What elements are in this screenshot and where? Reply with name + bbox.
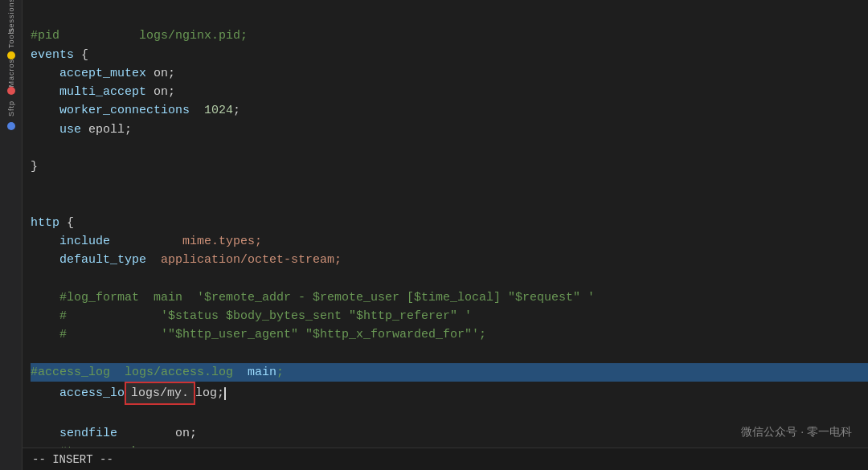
dot-blue[interactable] (7, 122, 15, 130)
line-log-format2: # '$status $body_bytes_sent "$http_refer… (31, 309, 472, 323)
line-accept-mutex: accept_mutex on; (31, 67, 175, 80)
sidebar-item-sessions[interactable]: Sessions (2, 6, 20, 24)
sidebar: Sessions Tools Macros Sftp (0, 0, 23, 470)
sidebar-item-macros[interactable]: Macros (2, 64, 20, 82)
line-http: http { (31, 216, 74, 230)
line-events: events { (31, 48, 88, 62)
line-sendfile: sendfile on; (31, 427, 197, 440)
autocomplete-inline: logs/my. (125, 382, 195, 405)
line-use-epoll: use epoll; (31, 123, 132, 137)
line-close-brace: } (31, 160, 38, 174)
line-default-type: default_type application/octet-stream; (31, 253, 342, 267)
dot-red[interactable] (7, 87, 15, 95)
sidebar-item-sftp[interactable]: Sftp (2, 100, 20, 117)
line-worker-connections: worker_connections 1024; (31, 104, 240, 117)
line-access-log: access_lologs/my.log; (31, 382, 868, 405)
sidebar-label-sftp: Sftp (7, 100, 15, 116)
line-pid: #pid logs/nginx.pid; (31, 29, 248, 43)
sidebar-item-tools[interactable]: Tools (2, 29, 20, 47)
sidebar-label-tools: Tools (7, 27, 15, 48)
watermark: 微信公众号 · 零一电科 (741, 425, 852, 439)
line-log-format3: # '"$http_user_agent" "$http_x_forwarded… (31, 328, 486, 341)
insert-mode-indicator: -- INSERT -- (32, 453, 113, 466)
sidebar-label-macros: Macros (7, 59, 15, 88)
status-bar: -- INSERT -- (23, 448, 868, 470)
line-log-format: #log_format main '$remote_addr - $remote… (31, 291, 595, 304)
line-multi-accept: multi_accept on; (31, 85, 175, 99)
code-content: #pid logs/nginx.pid; events { accept_mut… (31, 8, 868, 470)
editor-area[interactable]: #pid logs/nginx.pid; events { accept_mut… (23, 0, 868, 470)
line-access-log-commented: #access_log logs/access.log main; (31, 363, 868, 382)
line-include: include mime.types; (31, 235, 262, 248)
